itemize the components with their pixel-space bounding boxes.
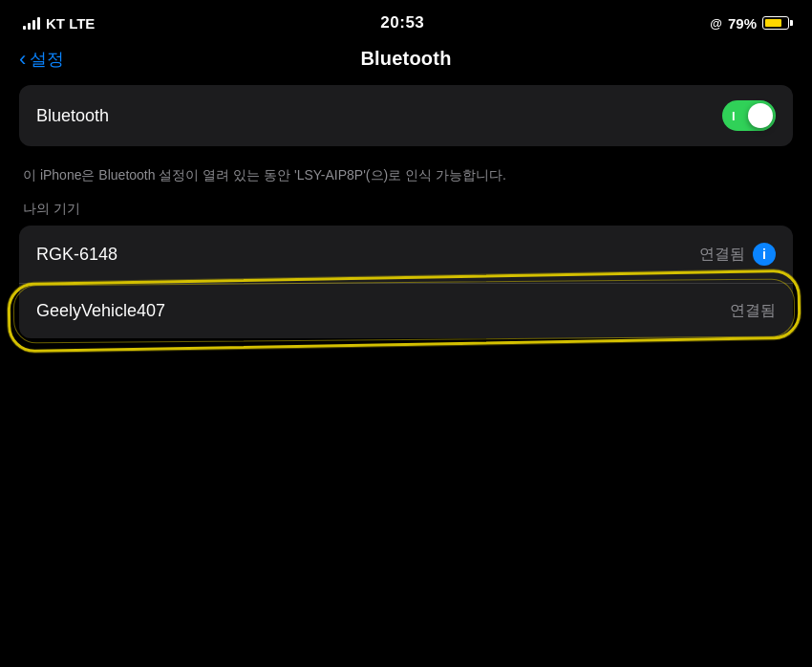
signal-bar-4 [37,17,40,30]
device-status-geely: 연결됨 [730,301,776,321]
battery-icon [762,16,789,30]
main-content: Bluetooth I 이 iPhone은 Bluetooth 설정이 열려 있… [0,85,812,338]
battery-percent: 79% [728,15,757,32]
signal-bar-3 [32,20,35,30]
status-left: KT LTE [23,15,95,32]
signal-bar-1 [23,26,26,30]
back-label: 설정 [30,48,64,71]
status-bar: KT LTE 20:53 @ 79% [0,0,812,40]
bluetooth-toggle[interactable]: I [722,100,776,131]
device-status-rgk: 연결됨 i [699,243,776,266]
nav-header: ‹ 설정 Bluetooth [0,40,812,85]
status-time: 20:53 [380,13,424,32]
signal-bar-2 [28,23,31,30]
status-right: @ 79% [710,15,789,32]
toggle-knob [748,103,773,128]
toggle-i-label: I [732,109,736,123]
back-chevron-icon: ‹ [19,49,26,70]
bluetooth-label: Bluetooth [36,106,109,126]
device-status-label-rgk: 연결됨 [699,245,745,265]
bluetooth-description: 이 iPhone은 Bluetooth 설정이 열려 있는 동안 'LSY-AI… [19,156,793,201]
device-row-rgk[interactable]: RGK-6148 연결됨 i [19,226,793,284]
device-name-geely: GeelyVehicle407 [36,301,165,321]
location-icon: @ [710,16,722,31]
my-devices-header: 나의 기기 [19,201,793,226]
device-status-label-geely: 연결됨 [730,301,776,321]
info-icon-rgk[interactable]: i [753,243,776,266]
carrier-label: KT LTE [46,15,95,32]
page-title: Bluetooth [360,48,451,70]
back-button[interactable]: ‹ 설정 [19,48,64,71]
device-row-geely[interactable]: GeelyVehicle407 연결됨 [19,284,793,338]
bluetooth-row: Bluetooth I [19,85,793,146]
device-name-rgk: RGK-6148 [36,245,118,265]
device-list-card: RGK-6148 연결됨 i GeelyVehicle407 연결됨 [19,226,793,338]
signal-bars-icon [23,16,40,30]
bluetooth-toggle-card: Bluetooth I [19,85,793,146]
